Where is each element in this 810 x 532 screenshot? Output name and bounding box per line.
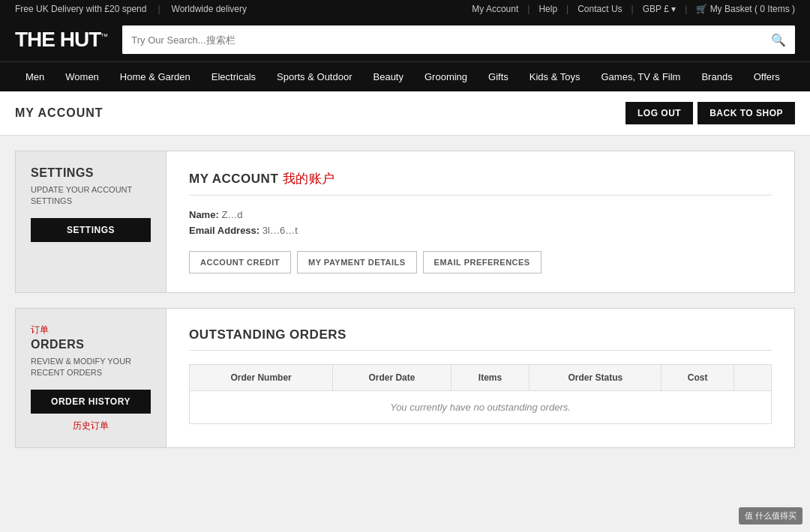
search-bar: 🔍 [122,25,795,54]
orders-table: Order Number Order Date Items Order Stat… [189,364,772,424]
sep1: | [527,4,530,14]
col-order-date: Order Date [333,365,452,391]
email-preferences-button[interactable]: EMAIL PREFERENCES [423,251,542,273]
nav-grooming[interactable]: Grooming [414,62,478,91]
page-title: MY ACCOUNT [15,106,104,120]
world-delivery-text: Worldwide delivery [172,4,247,14]
no-orders-row: You currently have no outstanding orders… [190,391,772,424]
settings-sidebar: SETTINGS UPDATE YOUR ACCOUNT SETTINGS SE… [16,151,166,292]
nav-offers[interactable]: Offers [743,62,790,91]
nav-men[interactable]: Men [15,62,55,91]
col-cost: Cost [662,365,734,391]
nav-gifts[interactable]: Gifts [478,62,519,91]
col-items: Items [451,365,530,391]
basket-label: My Basket [710,4,752,14]
nav-kids-toys[interactable]: Kids & Toys [519,62,591,91]
main-nav: Men Women Home & Garden Electricals Spor… [0,61,810,91]
main-content: SETTINGS UPDATE YOUR ACCOUNT SETTINGS SE… [0,136,810,478]
no-orders-message: You currently have no outstanding orders… [190,391,772,424]
orders-sidebar: 订单 ORDERS REVIEW & MODIFY YOUR RECENT OR… [16,309,166,447]
nav-home-garden[interactable]: Home & Garden [110,62,201,91]
account-buttons: ACCOUNT CREDIT MY PAYMENT DETAILS EMAIL … [189,251,772,273]
basket-icon: 🛒 [696,4,707,14]
nav-women[interactable]: Women [55,62,110,91]
col-actions [734,365,771,391]
top-bar: Free UK Delivery with £20 spend | Worldw… [0,0,810,18]
orders-panel: 订单 ORDERS REVIEW & MODIFY YOUR RECENT OR… [15,308,795,448]
uk-delivery-text: Free UK Delivery with £20 spend [15,4,146,14]
nav-beauty[interactable]: Beauty [363,62,414,91]
page-header-buttons: LOG OUT BACK TO SHOP [626,102,795,124]
site-logo: THE HUT™ [15,28,107,52]
table-header-row: Order Number Order Date Items Order Stat… [190,365,772,391]
sep2: | [566,4,568,14]
sep3: | [632,4,634,14]
orders-title-chinese: 订单 [31,324,151,336]
settings-title: SETTINGS [31,166,151,180]
search-input[interactable] [122,25,762,54]
orders-body: OUTSTANDING ORDERS Order Number Order Da… [166,309,794,447]
top-bar-right: My Account | Help | Contact Us | GBP £ ▾… [472,4,795,14]
basket-count: ( 0 Items ) [754,4,795,14]
nav-games-tv-film[interactable]: Games, TV & Film [590,62,691,91]
search-button[interactable]: 🔍 [762,25,795,54]
account-credit-button[interactable]: ACCOUNT CREDIT [189,251,291,273]
logout-button[interactable]: LOG OUT [626,102,693,124]
payment-details-button[interactable]: MY PAYMENT DETAILS [297,251,417,273]
settings-button[interactable]: SETTINGS [31,218,151,242]
site-header: THE HUT™ 🔍 [0,18,810,61]
nav-brands[interactable]: Brands [691,62,742,91]
settings-description: UPDATE YOUR ACCOUNT SETTINGS [31,184,151,208]
nav-sports-outdoor[interactable]: Sports & Outdoor [266,62,362,91]
account-name: Name: Z…d [189,209,772,220]
settings-panel: SETTINGS UPDATE YOUR ACCOUNT SETTINGS SE… [15,151,795,293]
my-account-title: MY ACCOUNT 我的账户 [189,170,772,196]
basket-link[interactable]: 🛒 My Basket ( 0 Items ) [696,4,795,14]
account-email: Email Address: 3l…6…t [189,225,772,236]
sep4: | [685,4,687,14]
help-link[interactable]: Help [538,4,557,14]
top-bar-left: Free UK Delivery with £20 spend | Worldw… [15,4,247,14]
separator: | [158,4,160,14]
currency-selector[interactable]: GBP £ ▾ [643,4,676,14]
order-history-button[interactable]: ORDER HISTORY [31,390,151,414]
col-order-status: Order Status [530,365,662,391]
contact-link[interactable]: Contact Us [578,4,622,14]
orders-description: REVIEW & MODIFY YOUR RECENT ORDERS [31,356,151,379]
page-header: MY ACCOUNT LOG OUT BACK TO SHOP [0,91,810,136]
my-account-link[interactable]: My Account [472,4,518,14]
order-history-label-chinese: 历史订单 [31,420,151,432]
nav-electricals[interactable]: Electricals [201,62,266,91]
account-info: Name: Z…d Email Address: 3l…6…t [189,209,772,236]
orders-title: ORDERS [31,338,151,351]
settings-body: MY ACCOUNT 我的账户 Name: Z…d Email Address:… [166,151,794,292]
back-to-shop-button[interactable]: BACK TO SHOP [698,102,795,124]
col-order-number: Order Number [190,365,333,391]
outstanding-orders-title: OUTSTANDING ORDERS [189,327,772,351]
